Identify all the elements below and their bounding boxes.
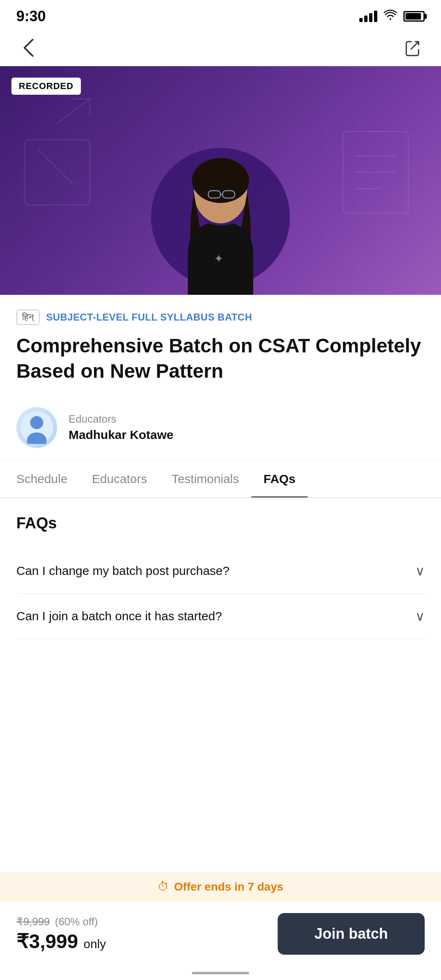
faq-question-2: Can I join a batch once it has started? <box>16 609 415 623</box>
discount-label: (60% off) <box>55 915 98 928</box>
course-title: Comprehensive Batch on CSAT Completely B… <box>16 333 425 384</box>
status-time: 9:30 <box>16 8 46 25</box>
battery-icon <box>403 11 425 22</box>
course-type-label: SUBJECT-LEVEL FULL SYLLABUS BATCH <box>46 312 252 323</box>
faq-item-1[interactable]: Can I change my batch post purchase? ∨ <box>16 548 425 594</box>
educator-row[interactable]: Educators Madhukar Kotawe <box>0 399 441 461</box>
current-price: ₹3,999 only <box>16 930 278 953</box>
faq-item-2[interactable]: Can I join a batch once it has started? … <box>16 594 425 639</box>
share-button[interactable] <box>400 36 425 60</box>
offer-text: Offer ends in 7 days <box>174 880 283 893</box>
price-info: ₹9,999 (60% off) ₹3,999 only <box>16 915 278 953</box>
signal-icon <box>359 11 377 22</box>
offer-banner: ⏱ Offer ends in 7 days <box>0 872 441 902</box>
hindi-badge: हिन् <box>16 310 40 325</box>
status-bar: 9:30 <box>0 0 441 29</box>
wifi-icon <box>384 9 397 24</box>
chevron-down-icon-1: ∨ <box>415 563 425 579</box>
svg-point-14 <box>30 416 43 429</box>
nav-bar <box>0 29 441 66</box>
tab-faqs[interactable]: FAQs <box>251 461 307 497</box>
educator-info: Educators Madhukar Kotawe <box>69 413 174 442</box>
educator-name: Madhukar Kotawe <box>69 428 174 442</box>
timer-icon: ⏱ <box>158 880 169 893</box>
faqs-section: FAQs Can I change my batch post purchase… <box>0 498 441 655</box>
faqs-title: FAQs <box>16 514 425 532</box>
tab-educators[interactable]: Educators <box>80 461 159 497</box>
educator-avatar <box>16 407 57 448</box>
original-price: ₹9,999 <box>16 915 50 928</box>
status-icons <box>359 9 425 24</box>
hero-banner: RECORDED <box>0 66 441 295</box>
educator-photo: ✦ <box>151 148 290 295</box>
tab-navigation: Schedule Educators Testimonials FAQs <box>0 461 441 498</box>
course-info: हिन् SUBJECT-LEVEL FULL SYLLABUS BATCH C… <box>0 295 441 384</box>
tab-testimonials[interactable]: Testimonials <box>159 461 251 497</box>
pricing-bar: ⏱ Offer ends in 7 days ₹9,999 (60% off) … <box>0 872 441 980</box>
faq-question-1: Can I change my batch post purchase? <box>16 564 415 578</box>
course-tag-row: हिन् SUBJECT-LEVEL FULL SYLLABUS BATCH <box>16 310 425 325</box>
educator-label: Educators <box>69 413 174 425</box>
recorded-badge: RECORDED <box>11 78 81 95</box>
pricing-action: ₹9,999 (60% off) ₹3,999 only Join batch <box>0 902 441 966</box>
join-batch-button[interactable]: Join batch <box>278 913 425 955</box>
back-button[interactable] <box>16 36 41 60</box>
chevron-down-icon-2: ∨ <box>415 608 425 624</box>
tab-schedule[interactable]: Schedule <box>4 461 80 497</box>
home-indicator <box>0 966 441 980</box>
svg-text:✦: ✦ <box>214 253 223 264</box>
home-indicator-bar <box>192 972 249 974</box>
